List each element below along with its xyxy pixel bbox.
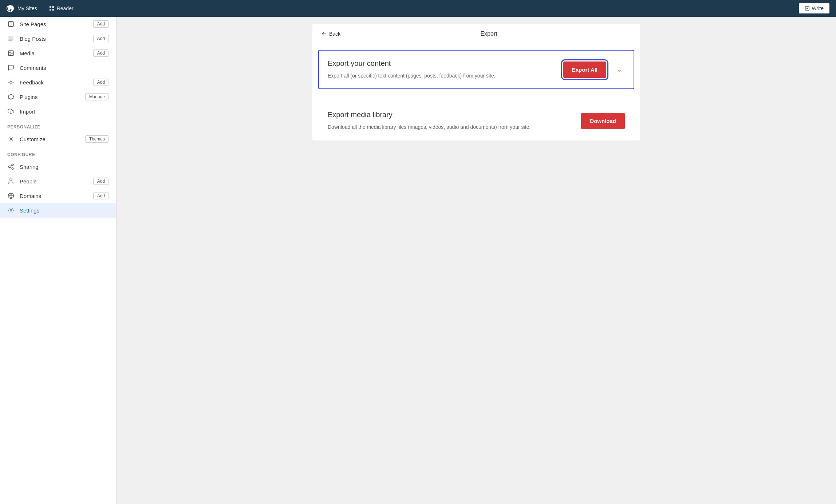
sidebar-item-plugins[interactable]: Plugins Manage	[0, 90, 116, 104]
sidebar-item-customize[interactable]: Customize Themes	[0, 132, 116, 146]
sharing-icon	[7, 163, 15, 170]
sidebar-item-site-pages[interactable]: Site Pages Add	[0, 17, 116, 31]
media-icon	[7, 49, 15, 57]
sidebar-item-import[interactable]: Import	[0, 104, 116, 119]
people-icon	[7, 178, 15, 185]
svg-point-16	[9, 52, 10, 52]
export-all-button[interactable]: Export All	[563, 61, 606, 78]
export-content-desc: Export all (or specific) text content (p…	[328, 72, 556, 80]
export-content-card-content: Export your content Export all (or speci…	[328, 59, 556, 80]
comments-label: Comments	[20, 65, 109, 71]
svg-rect-3	[52, 9, 54, 11]
write-label: Write	[812, 5, 824, 11]
content-area: Back Export Export your content Export a…	[117, 17, 836, 504]
import-label: Import	[20, 108, 109, 115]
my-sites-label: My Sites	[17, 5, 37, 11]
domains-icon	[7, 192, 15, 199]
comments-icon	[7, 64, 15, 71]
blog-posts-label: Blog Posts	[20, 36, 93, 42]
plugins-label: Plugins	[20, 94, 85, 100]
back-link[interactable]: Back	[321, 31, 340, 37]
reader-nav-item[interactable]: Reader	[46, 4, 76, 13]
svg-rect-1	[52, 6, 54, 8]
svg-rect-2	[50, 9, 51, 11]
chevron-down-icon[interactable]: ⌄	[614, 63, 625, 76]
sidebar-item-sharing[interactable]: Sharing	[0, 159, 116, 174]
export-media-title: Export media library	[328, 111, 574, 119]
svg-point-24	[12, 164, 13, 166]
blog-posts-add-badge[interactable]: Add	[93, 35, 109, 42]
settings-label: Settings	[20, 207, 109, 214]
export-header: Back Export	[312, 24, 640, 44]
svg-line-27	[10, 167, 12, 168]
sidebar: Site Pages Add Blog Posts Add Media Add …	[0, 17, 117, 504]
customize-icon	[7, 135, 15, 143]
feedback-add-badge[interactable]: Add	[93, 79, 109, 86]
settings-icon	[7, 207, 15, 214]
download-button[interactable]: Download	[581, 113, 625, 129]
site-pages-label: Site Pages	[20, 21, 93, 27]
sidebar-item-domains[interactable]: Domains Add	[0, 188, 116, 203]
write-button[interactable]: Write	[798, 3, 830, 14]
domains-label: Domains	[20, 193, 93, 199]
reader-label: Reader	[57, 5, 74, 11]
sidebar-item-settings[interactable]: Settings	[0, 203, 116, 218]
export-media-card: Export media library Download all the me…	[318, 101, 634, 140]
media-add-badge[interactable]: Add	[93, 49, 109, 57]
svg-point-25	[8, 166, 10, 168]
export-media-card-content: Export media library Download all the me…	[328, 111, 574, 131]
plugins-manage-badge[interactable]: Manage	[85, 93, 109, 100]
export-media-desc: Download all the media library files (im…	[328, 123, 574, 131]
personalize-section-label: Personalize	[0, 119, 116, 132]
feedback-icon	[7, 79, 15, 86]
export-content-title: Export your content	[328, 59, 556, 68]
feedback-label: Feedback	[20, 79, 93, 86]
customize-themes-badge[interactable]: Themes	[85, 135, 109, 143]
back-arrow-icon	[321, 31, 327, 37]
people-label: People	[20, 178, 93, 184]
export-content-card: Export your content Export all (or speci…	[318, 50, 634, 89]
main-layout: Site Pages Add Blog Posts Add Media Add …	[0, 17, 836, 504]
export-panel: Back Export Export your content Export a…	[312, 24, 640, 140]
configure-section-label: Configure	[0, 146, 116, 159]
export-panel-title: Export	[346, 31, 631, 37]
svg-rect-0	[50, 6, 51, 8]
top-navigation: My Sites Reader Write	[0, 0, 836, 17]
card-divider	[318, 95, 634, 95]
blog-posts-icon	[7, 35, 15, 42]
sidebar-item-feedback[interactable]: Feedback Add	[0, 75, 116, 90]
svg-point-29	[10, 179, 12, 181]
svg-line-28	[10, 165, 12, 166]
sidebar-item-comments[interactable]: Comments	[0, 60, 116, 75]
site-pages-add-badge[interactable]: Add	[93, 20, 109, 28]
my-sites-nav-item[interactable]: My Sites	[6, 4, 37, 13]
svg-point-26	[12, 168, 13, 170]
media-label: Media	[20, 50, 93, 56]
people-add-badge[interactable]: Add	[93, 178, 109, 185]
import-icon	[7, 108, 15, 115]
site-pages-icon	[7, 20, 15, 28]
customize-label: Customize	[20, 136, 85, 142]
domains-add-badge[interactable]: Add	[93, 192, 109, 199]
sidebar-item-media[interactable]: Media Add	[0, 46, 116, 60]
sidebar-item-blog-posts[interactable]: Blog Posts Add	[0, 31, 116, 46]
svg-point-17	[10, 81, 12, 83]
sharing-label: Sharing	[20, 164, 109, 170]
svg-point-32	[10, 210, 12, 211]
plugins-icon	[7, 93, 15, 100]
svg-point-23	[10, 138, 12, 140]
back-label: Back	[329, 31, 340, 37]
sidebar-item-people[interactable]: People Add	[0, 174, 116, 188]
